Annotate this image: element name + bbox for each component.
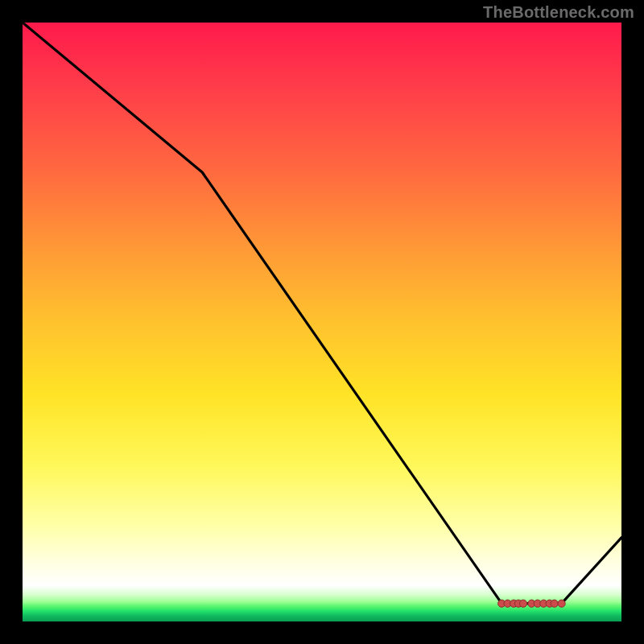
chart-marker: [519, 600, 526, 607]
chart-markers: [498, 600, 566, 607]
plot-area: [23, 23, 621, 621]
chart-line: [23, 23, 621, 604]
chart-marker: [551, 600, 558, 607]
watermark-label: TheBottleneck.com: [483, 3, 634, 22]
chart-svg: [23, 23, 621, 621]
chart-frame: TheBottleneck.com: [0, 0, 644, 644]
chart-marker: [558, 600, 565, 607]
